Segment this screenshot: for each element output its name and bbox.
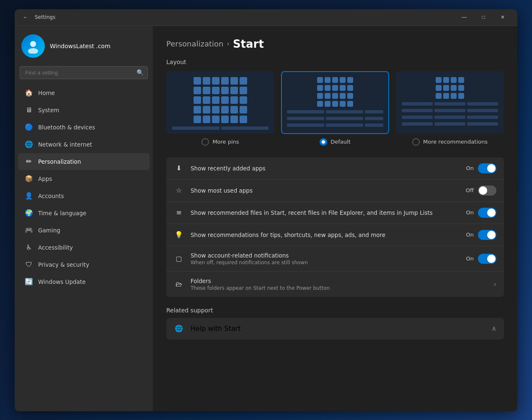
toggle-thumb-recently-added: [487, 164, 496, 173]
sidebar-item-bluetooth[interactable]: 🔵 Bluetooth & devices: [18, 119, 150, 136]
setting-right-most-used: Off: [466, 186, 496, 196]
toggle-recommendations-tips[interactable]: [478, 230, 496, 240]
support-chevron-help-start: ∧: [491, 325, 496, 332]
setting-subtitle-folders: These folders appear on Start next to th…: [191, 285, 487, 291]
setting-title-recommended-files: Show recommended files in Start, recent …: [191, 209, 460, 216]
sidebar-item-system[interactable]: 🖥 System: [18, 102, 150, 119]
main-layout: WindowsLatest .com 🔍 🏠 Home 🖥 System 🔵 B…: [15, 26, 517, 411]
toggle-account-notifications[interactable]: [478, 254, 496, 264]
setting-info-recommended-files: Show recommended files in Start, recent …: [191, 209, 460, 216]
layout-card-default[interactable]: Default: [281, 71, 389, 146]
breadcrumb-separator: ›: [227, 40, 229, 48]
layout-option-more-pins[interactable]: More pins: [201, 138, 239, 146]
nav-label-system: System: [38, 107, 59, 113]
setting-row-recently-added[interactable]: ⬇ Show recently added apps On: [166, 157, 504, 180]
sidebar-item-apps[interactable]: 📦 Apps: [18, 170, 150, 187]
minimize-button[interactable]: —: [455, 9, 474, 26]
toggle-recommended-files[interactable]: [478, 208, 496, 218]
setting-icon-recently-added: ⬇: [174, 163, 184, 173]
toggle-thumb-recommendations-tips: [487, 231, 496, 239]
layout-section-label: Layout: [166, 59, 504, 65]
setting-icon-most-used: ☆: [174, 186, 184, 196]
breadcrumb-parent[interactable]: Personalization: [166, 39, 223, 48]
setting-title-account-notifications: Show account-related notifications: [191, 252, 460, 259]
maximize-button[interactable]: □: [474, 9, 493, 26]
setting-right-recommended-files: On: [466, 208, 496, 218]
nav-icon-home: 🏠: [25, 89, 33, 97]
sidebar-item-update[interactable]: 🔄 Windows Update: [18, 273, 150, 290]
layout-preview-default: [281, 71, 389, 134]
setting-status-recommended-files: On: [466, 209, 474, 216]
nav-label-bluetooth: Bluetooth & devices: [38, 124, 95, 131]
setting-info-folders: Folders These folders appear on Start ne…: [191, 278, 487, 291]
nav-label-privacy: Privacy & security: [38, 261, 89, 268]
layout-option-more-recommendations[interactable]: More recommendations: [412, 138, 488, 146]
profile-name: WindowsLatest .com: [50, 43, 111, 49]
layout-cards: More pins Default More recommendations: [166, 71, 504, 146]
breadcrumb: Personalization › Start: [166, 38, 504, 50]
layout-card-more-pins[interactable]: More pins: [166, 71, 274, 146]
nav-label-home: Home: [38, 90, 55, 96]
setting-title-folders: Folders: [191, 278, 487, 284]
search-icon: 🔍: [137, 69, 144, 76]
setting-title-recently-added: Show recently added apps: [191, 165, 460, 172]
radio-default[interactable]: [320, 138, 327, 146]
radio-more-recommendations[interactable]: [412, 138, 420, 146]
chevron-icon-folders: ›: [494, 280, 496, 288]
content-area: Personalization › Start Layout More pins…: [153, 26, 517, 411]
setting-row-account-notifications[interactable]: ▢ Show account-related notifications Whe…: [166, 246, 504, 272]
layout-label-default: Default: [331, 139, 351, 145]
setting-info-most-used: Show most used apps: [191, 187, 459, 194]
setting-status-recommendations-tips: On: [466, 232, 474, 238]
nav-label-apps: Apps: [38, 175, 52, 182]
support-icon-help-start: 🌐: [174, 324, 184, 334]
setting-row-recommended-files[interactable]: ≡ Show recommended files in Start, recen…: [166, 202, 504, 224]
search-input[interactable]: [20, 66, 148, 79]
layout-label-more-pins: More pins: [212, 139, 239, 145]
sidebar-item-gaming[interactable]: 🎮 Gaming: [18, 222, 150, 239]
nav-label-accessibility: Accessibility: [38, 244, 73, 251]
breadcrumb-current: Start: [233, 38, 264, 50]
window-controls: — □ ✕: [455, 9, 512, 26]
sidebar-item-time[interactable]: 🌍 Time & language: [18, 205, 150, 222]
support-item-label-help-start: Help with Start: [191, 325, 241, 332]
nav-label-gaming: Gaming: [38, 227, 60, 234]
search-box: 🔍: [20, 66, 148, 79]
back-button[interactable]: ←: [20, 11, 31, 23]
sidebar-item-network[interactable]: 🌐 Network & internet: [18, 136, 150, 153]
toggle-recently-added[interactable]: [478, 163, 496, 173]
nav-icon-privacy: 🛡: [25, 260, 33, 269]
setting-right-account-notifications: On: [466, 254, 496, 264]
settings-window: ← Settings — □ ✕ WindowsLatest .com: [15, 9, 517, 411]
support-list: 🌐 Help with Start ∧: [166, 318, 504, 340]
setting-row-recommendations-tips[interactable]: 💡 Show recommendations for tips, shortcu…: [166, 224, 504, 246]
toggle-most-used[interactable]: [478, 186, 496, 196]
sidebar-item-privacy[interactable]: 🛡 Privacy & security: [18, 256, 150, 273]
nav-label-network: Network & internet: [38, 141, 92, 148]
setting-status-recently-added: On: [466, 165, 474, 171]
svg-point-1: [28, 48, 38, 54]
setting-row-folders[interactable]: 🗁 Folders These folders appear on Start …: [166, 272, 504, 297]
nav-icon-gaming: 🎮: [25, 226, 33, 234]
setting-right-recommendations-tips: On: [466, 230, 496, 240]
setting-row-most-used[interactable]: ☆ Show most used apps Off: [166, 180, 504, 202]
settings-list: ⬇ Show recently added apps On ☆ Show mos…: [166, 157, 504, 297]
setting-info-account-notifications: Show account-related notifications When …: [191, 252, 460, 265]
setting-icon-folders: 🗁: [174, 279, 184, 289]
support-row-help-start[interactable]: 🌐 Help with Start ∧: [166, 318, 504, 340]
radio-more-pins[interactable]: [201, 138, 209, 146]
nav-icon-bluetooth: 🔵: [25, 123, 33, 131]
sidebar-item-home[interactable]: 🏠 Home: [18, 85, 150, 101]
sidebar-item-personalization[interactable]: ✏️ Personalization: [18, 153, 150, 170]
close-button[interactable]: ✕: [493, 9, 512, 26]
sidebar-item-accessibility[interactable]: ♿ Accessibility: [18, 239, 150, 256]
nav-icon-accessibility: ♿: [25, 243, 33, 252]
setting-icon-account-notifications: ▢: [174, 254, 184, 264]
layout-option-default[interactable]: Default: [320, 138, 351, 146]
setting-right-folders: ›: [494, 280, 496, 288]
titlebar: ← Settings — □ ✕: [15, 9, 517, 26]
layout-card-more-recommendations[interactable]: More recommendations: [396, 71, 504, 146]
sidebar-item-accounts[interactable]: 👤 Accounts: [18, 188, 150, 204]
support-label: Related support: [166, 307, 504, 314]
nav-label-accounts: Accounts: [38, 193, 64, 199]
